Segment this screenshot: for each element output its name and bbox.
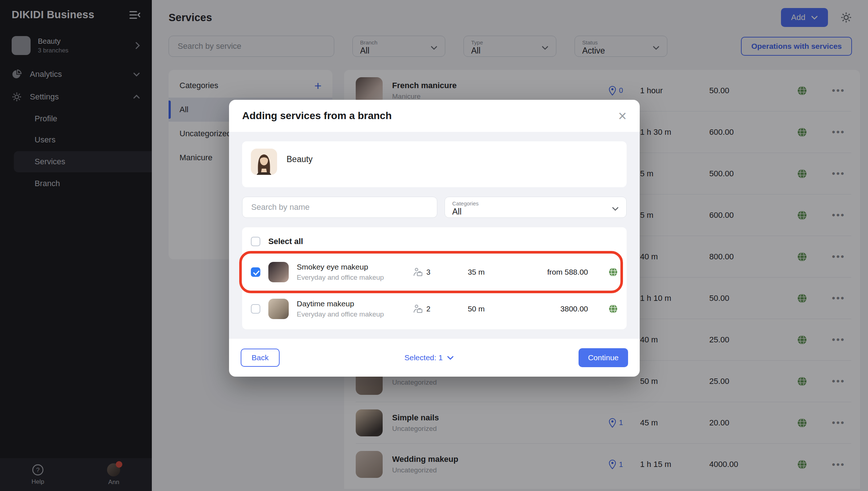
staff-icon <box>413 268 423 276</box>
chevron-down-icon <box>612 207 619 211</box>
staff-cell: 2 <box>413 305 445 313</box>
continue-button[interactable]: Continue <box>579 348 628 367</box>
online-booking-globe-icon <box>596 267 618 277</box>
service-name: Daytime makeup <box>297 299 405 308</box>
chevron-down-icon <box>447 356 454 360</box>
service-duration: 35 m <box>453 268 500 276</box>
modal-service-row-smokey[interactable]: Smokey eye makeup Everyday and office ma… <box>251 254 618 290</box>
staff-icon <box>413 305 423 313</box>
select-all-row[interactable]: Select all <box>251 229 618 254</box>
branch-avatar <box>251 149 277 175</box>
modal-branch-card: Beauty <box>242 141 627 187</box>
select-all-checkbox[interactable] <box>251 237 260 246</box>
service-thumbnail <box>268 299 289 319</box>
modal-service-row-daytime[interactable]: Daytime makeup Everyday and office makeu… <box>251 290 618 327</box>
modal-search-input[interactable] <box>242 197 437 218</box>
service-name: Smokey eye makeup <box>297 263 405 271</box>
staff-count: 3 <box>426 268 430 276</box>
filter-value: All <box>452 207 612 217</box>
service-checkbox[interactable] <box>251 267 260 277</box>
service-checkbox[interactable] <box>251 304 260 314</box>
staff-cell: 3 <box>413 268 445 276</box>
selected-count-dropdown[interactable]: Selected: 1 <box>280 353 579 362</box>
filter-label: Categories <box>452 201 612 206</box>
service-subtitle: Everyday and office makeup <box>297 274 405 282</box>
selected-count-label: Selected: 1 <box>405 353 443 362</box>
online-booking-globe-icon <box>596 304 618 314</box>
modal-categories-filter[interactable]: Categories All <box>445 197 627 218</box>
service-duration: 50 m <box>453 305 500 313</box>
service-subtitle: Everyday and office makeup <box>297 310 405 318</box>
staff-count: 2 <box>426 305 430 313</box>
service-price: from 588.00 <box>508 268 588 276</box>
select-all-label: Select all <box>268 237 303 246</box>
service-thumbnail <box>268 262 289 282</box>
add-services-modal: Adding services from a branch × Beauty C… <box>229 100 640 377</box>
modal-branch-name: Beauty <box>287 154 313 164</box>
back-button[interactable]: Back <box>241 349 280 367</box>
close-icon[interactable]: × <box>618 111 627 121</box>
modal-title: Adding services from a branch <box>242 110 392 122</box>
modal-services-list: Select all Smokey eye makeup Everyday an… <box>242 227 627 329</box>
service-price: 3800.00 <box>508 305 588 313</box>
